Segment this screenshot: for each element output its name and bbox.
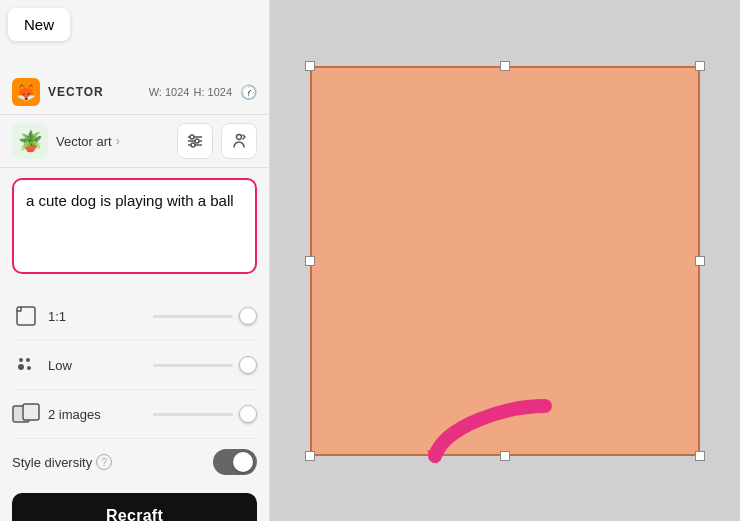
handle-top-right[interactable] [695,61,705,71]
aspect-ratio-label: 1:1 [48,309,145,324]
svg-rect-7 [17,307,35,325]
images-icon [12,400,40,428]
dimensions: W: 1024 H: 1024 [149,86,232,98]
handle-right-middle[interactable] [695,256,705,266]
handle-bottom-middle[interactable] [500,451,510,461]
svg-rect-13 [23,404,39,420]
style-diversity-toggle[interactable] [213,449,257,475]
canvas-container [310,66,700,456]
tune-svg-icon [186,132,204,150]
prompt-container [12,178,257,274]
width-value: W: 1024 [149,86,190,98]
images-label: 2 images [48,407,145,422]
help-icon[interactable]: ? [96,454,112,470]
images-row: 2 images [12,390,257,439]
quality-icon [12,351,40,379]
style-edit-icon-button[interactable] [221,123,257,159]
images-slider-thumb[interactable] [239,405,257,423]
slider-track [153,315,233,318]
quality-label: Low [48,358,145,373]
recraft-button[interactable]: Recraft [12,493,257,521]
svg-point-9 [26,358,30,362]
quality-slider-thumb[interactable] [239,356,257,374]
handle-bottom-right[interactable] [695,451,705,461]
vector-emoji: 🦊 [16,83,36,102]
tune-icon-button[interactable] [177,123,213,159]
images-slider[interactable] [153,405,257,423]
new-button[interactable]: New [8,8,70,41]
handle-top-left[interactable] [305,61,315,71]
chevron-right-icon: › [116,134,120,148]
vector-label: VECTOR [48,85,141,99]
style-diversity-label: Style diversity ? [12,454,205,470]
svg-point-4 [195,139,199,143]
clock-icon[interactable]: 🕜 [240,84,257,100]
prompt-textarea[interactable] [26,190,243,258]
panel-header: 🦊 VECTOR W: 1024 H: 1024 🕜 [0,70,269,115]
height-value: H: 1024 [193,86,232,98]
style-name-label: Vector art [56,134,112,149]
images-slider-track [153,413,233,416]
quality-slider[interactable] [153,356,257,374]
style-edit-svg-icon [229,131,249,151]
handle-top-middle[interactable] [500,61,510,71]
style-diversity-row: Style diversity ? [12,439,257,485]
vector-icon: 🦊 [12,78,40,106]
canvas-rect [310,66,700,456]
aspect-ratio-icon [12,302,40,330]
handle-left-middle[interactable] [305,256,315,266]
svg-point-6 [237,135,242,140]
svg-point-10 [18,364,24,370]
svg-point-8 [19,358,23,362]
canvas-area [270,0,740,521]
aspect-ratio-slider[interactable] [153,307,257,325]
style-name-button[interactable]: Vector art › [56,134,169,149]
aspect-ratio-row: 1:1 [12,292,257,341]
svg-point-11 [27,366,31,370]
quality-slider-track [153,364,233,367]
style-selector-row: 🪴 Vector art › [0,115,269,168]
left-panel: 🦊 VECTOR W: 1024 H: 1024 🕜 🪴 Vector art … [0,0,270,521]
svg-point-3 [190,135,194,139]
style-thumbnail: 🪴 [12,123,48,159]
slider-thumb[interactable] [239,307,257,325]
svg-point-5 [191,143,195,147]
quality-row: Low [12,341,257,390]
style-thumb-emoji: 🪴 [18,129,43,153]
handle-bottom-left[interactable] [305,451,315,461]
options-section: 1:1 Low [0,284,269,493]
